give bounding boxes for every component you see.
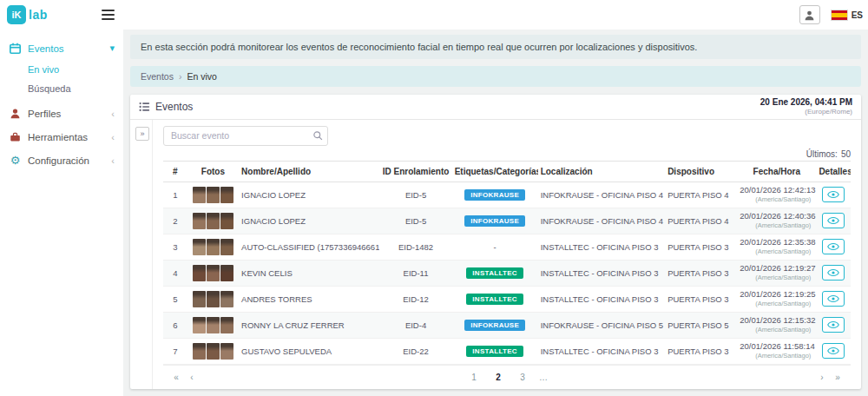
location-cell: INSTALLTEC - OFICINA PISO 3 (538, 234, 666, 260)
sidebar-item-perfiles[interactable]: Perfiles ‹ (0, 102, 123, 125)
chevron-left-icon: ‹ (111, 109, 115, 119)
face-photo (193, 317, 206, 333)
breadcrumb-separator-icon: › (179, 71, 182, 82)
column-header-localizacion: Localización (538, 161, 666, 182)
chevron-down-icon: ▾ (109, 43, 115, 54)
sidebar-item-label: Perfiles (28, 109, 61, 119)
pagination: « ‹ 1 2 3 … › » (163, 365, 851, 390)
details-cell (816, 234, 851, 260)
face-photo (193, 213, 206, 229)
eye-icon (827, 190, 839, 199)
table-row: 2IGNACIO LOPEZEID-5INFOKRAUSEINFOKRAUSE … (163, 208, 851, 234)
datetime-cell: 20/01/2026 11:58:14(America/Santiago) (737, 338, 816, 364)
person-name: IGNACIO LOPEZ (239, 208, 379, 234)
column-header-num: # (163, 161, 187, 182)
pagination-last-button[interactable]: » (830, 370, 845, 386)
enrollment-id: EID-11 (379, 260, 451, 286)
person-name: GUSTAVO SEPULVEDA (239, 338, 379, 364)
table-row: 5ANDRES TORRESEID-12INSTALLTECINSTALLTEC… (163, 286, 851, 312)
sidebar-item-en-vivo[interactable]: En vivo (0, 60, 123, 79)
device-cell: PUERTA PISO 5 (665, 312, 737, 338)
details-button[interactable] (822, 343, 845, 359)
user-account-button[interactable] (799, 5, 820, 24)
eye-icon (827, 346, 839, 355)
language-selector[interactable]: ES (831, 10, 863, 21)
menu-toggle-icon[interactable] (100, 5, 116, 24)
datetime-cell: 20/01/2026 12:19:25(America/Santiago) (737, 286, 816, 312)
device-cell: PUERTA PISO 3 (665, 286, 737, 312)
device-cell: PUERTA PISO 4 (665, 208, 737, 234)
eye-icon (827, 242, 839, 251)
face-photo (207, 213, 220, 229)
details-cell (816, 208, 851, 234)
details-button[interactable] (822, 265, 845, 280)
face-photo (220, 187, 233, 203)
pagination-page-3[interactable]: 3 (515, 370, 530, 386)
logo-mark: iK (7, 5, 26, 24)
location-cell: INFOKRAUSE - OFICINA PISO 5 (538, 312, 666, 338)
language-code: ES (852, 10, 863, 20)
enrollment-id: EID-22 (379, 338, 451, 364)
face-photo (220, 213, 233, 229)
face-photo (207, 317, 220, 333)
breadcrumb-parent[interactable]: Eventos (141, 71, 174, 82)
sidebar: Eventos ▾ En vivo Búsqueda Perfiles ‹ He… (0, 30, 123, 396)
collapse-panel-button[interactable]: » (135, 127, 149, 141)
category-cell: INFOKRAUSE (452, 208, 538, 234)
enrollment-id: EID-4 (379, 312, 451, 338)
last-events-count: Últimos: 50 (163, 149, 851, 159)
category-cell: - (452, 234, 538, 260)
pagination-prev-button[interactable]: ‹ (184, 370, 200, 386)
person-name: IGNACIO LOPEZ (239, 182, 379, 208)
spain-flag-icon (831, 10, 848, 21)
device-cell: PUERTA PISO 3 (665, 260, 737, 286)
search-box (163, 126, 328, 146)
details-button[interactable] (822, 291, 845, 307)
enrollment-id: EID-5 (379, 208, 451, 234)
timezone-value: (Europe/Rome) (760, 108, 852, 116)
face-photo (220, 343, 233, 360)
details-button[interactable] (822, 239, 845, 254)
pagination-page-2[interactable]: 2 (490, 370, 506, 386)
current-datetime: 20 Ene 2026, 04:41 PM (Europe/Rome) (760, 97, 852, 116)
topbar-right: ES (799, 5, 868, 24)
eye-icon (827, 320, 839, 329)
photos-cell (187, 208, 239, 234)
app-logo[interactable]: iK lab (7, 5, 48, 24)
table-row: 1IGNACIO LOPEZEID-5INFOKRAUSEINFOKRAUSE … (163, 182, 851, 208)
row-index: 7 (163, 338, 187, 364)
table-area: Últimos: 50 # Fotos (153, 120, 861, 389)
category-badge: INFOKRAUSE (464, 215, 525, 227)
location-cell: INSTALLTEC - OFICINA PISO 3 (538, 338, 666, 364)
details-cell (816, 338, 851, 364)
side-rail: » (130, 120, 153, 389)
search-input[interactable] (163, 126, 328, 146)
table-row: 3AUTO-CLASSIFIED (17573369466616)EID-148… (163, 234, 851, 260)
pagination-page-1[interactable]: 1 (466, 370, 482, 386)
user-icon (804, 10, 815, 21)
sidebar-item-busqueda[interactable]: Búsqueda (0, 79, 123, 98)
details-cell (816, 286, 851, 312)
list-icon (139, 102, 150, 112)
timezone-label: (America/Santiago) (740, 352, 811, 360)
details-button[interactable] (822, 187, 845, 202)
person-name: RONNY LA CRUZ FERRER (239, 312, 379, 338)
breadcrumb-current: En vivo (187, 71, 216, 82)
face-photo (207, 291, 220, 307)
sidebar-item-herramientas[interactable]: Herramientas ‹ (0, 125, 123, 148)
main-content: En esta sección podrá monitorear los eve… (123, 30, 868, 396)
pagination-next-button[interactable]: › (814, 370, 830, 386)
eye-icon (827, 294, 839, 303)
details-button[interactable] (822, 213, 845, 228)
column-header-id: ID Enrolamiento (379, 161, 451, 182)
calendar-icon (9, 43, 22, 54)
person-name: ANDRES TORRES (239, 286, 379, 312)
sidebar-item-eventos[interactable]: Eventos ▾ (0, 36, 123, 60)
pagination-pages: 1 2 3 … (200, 370, 814, 386)
sidebar-item-configuracion[interactable]: ⚙ Configuración ‹ (0, 148, 123, 172)
top-bar: iK lab ES (0, 0, 868, 30)
column-header-dispositivo: Dispositivo (665, 161, 737, 182)
details-button[interactable] (822, 317, 845, 333)
pagination-first-button[interactable]: « (168, 370, 184, 386)
search-icon (312, 130, 323, 141)
